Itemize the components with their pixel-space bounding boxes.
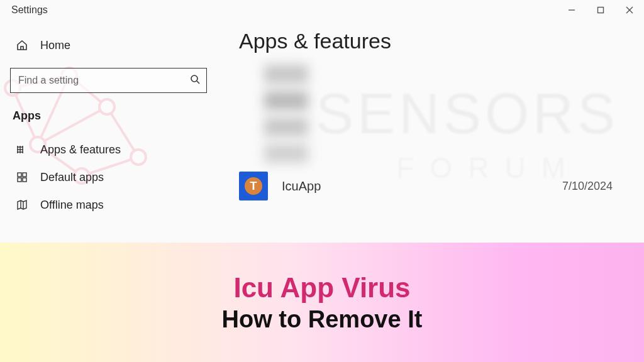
nav-default-apps[interactable]: Default apps (10, 163, 207, 191)
nav-section-label: Apps (13, 109, 41, 123)
nav-item-label: Default apps (40, 171, 104, 184)
blurred-item (264, 144, 308, 163)
nav-offline-maps[interactable]: Offline maps (10, 191, 207, 219)
apps-features-icon (15, 143, 29, 156)
sidebar: Home Find a setting Apps (0, 25, 217, 219)
search-icon (190, 74, 200, 87)
minimize-button[interactable] (557, 0, 586, 20)
titlebar: Settings (0, 0, 644, 20)
svg-rect-15 (598, 8, 604, 13)
blurred-item (264, 91, 308, 110)
app-icon: T (239, 172, 268, 200)
window-title: Settings (0, 4, 48, 16)
close-button[interactable] (615, 0, 644, 20)
search-placeholder: Find a setting (18, 75, 79, 86)
svg-point-18 (191, 75, 197, 82)
app-date: 7/10/2024 (562, 180, 613, 193)
search-input[interactable]: Find a setting (10, 68, 207, 93)
banner: Icu App Virus How to Remove It (0, 243, 644, 362)
app-row-icuapp[interactable]: T IcuApp 7/10/2024 (239, 172, 638, 200)
page-title: Apps & features (239, 29, 638, 53)
home-icon (15, 39, 29, 52)
banner-title: Icu App Virus (233, 272, 410, 304)
banner-subtitle: How to Remove It (222, 306, 423, 333)
nav-item-label: Apps & features (40, 143, 121, 156)
nav-home-label: Home (40, 39, 70, 52)
maximize-button[interactable] (586, 0, 615, 20)
main-panel: Apps & features T IcuApp 7/10/2024 (239, 25, 638, 200)
nav-section-apps: Apps (10, 102, 207, 129)
app-name: IcuApp (282, 179, 562, 194)
blurred-item (264, 118, 308, 136)
svg-rect-29 (23, 178, 26, 182)
offline-maps-icon (15, 199, 29, 211)
nav-item-label: Offline maps (40, 199, 104, 212)
app-list: T IcuApp 7/10/2024 (239, 65, 638, 200)
svg-rect-27 (23, 173, 26, 177)
nav-apps-features[interactable]: Apps & features (10, 136, 207, 163)
app-icon-letter: T (245, 177, 262, 195)
default-apps-icon (15, 171, 29, 184)
nav-home[interactable]: Home (10, 31, 207, 59)
svg-line-19 (197, 81, 199, 84)
svg-rect-28 (18, 178, 21, 182)
blurred-item (264, 65, 308, 84)
svg-rect-26 (18, 173, 21, 177)
